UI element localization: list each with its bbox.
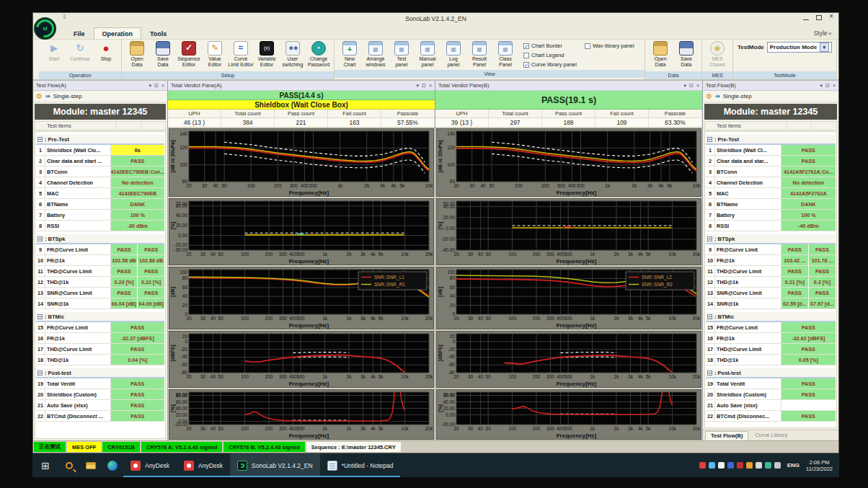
test-item-row[interactable]: 17THD@Curve LimitPASS [36, 344, 164, 355]
test-item-row[interactable]: 9FR@Curve LimitPASSPASS [706, 244, 836, 255]
speaker-fr-chart[interactable]: 203040501002003004005001k2k3k4k5k10k1401… [436, 128, 701, 197]
section-header[interactable]: : Post-test [36, 368, 164, 378]
taskbar-app-button[interactable]: *Untitled - Notepad [320, 453, 401, 477]
edge-button[interactable] [102, 453, 123, 477]
open-data-button[interactable]: Open Data [124, 40, 150, 67]
view-option-checkbox[interactable]: Chart Border [523, 41, 585, 50]
collapse-icon[interactable] [37, 236, 43, 241]
menu-tab[interactable]: Tools [141, 27, 175, 40]
collapse-icon[interactable] [707, 236, 712, 241]
section-header[interactable]: : Pre-Test [36, 135, 164, 145]
clock[interactable]: 2:06 PM 11/23/2022 [806, 459, 836, 472]
test-item-row[interactable]: 13SNR@Curve LimitPASSPASS [36, 288, 164, 298]
section-header[interactable]: : BTSpk [706, 234, 836, 244]
tray-icon[interactable] [709, 462, 715, 469]
value-editor-button[interactable]: Value Editor [202, 40, 228, 67]
test-item-row[interactable]: 18THD@1k0.04 [%] [36, 355, 164, 365]
test-item-row[interactable]: 2Clear data and start ...PASS [36, 156, 164, 167]
mic-fr-chart[interactable]: 203040501002003004005001k2k3k4k5k10k20k2… [436, 331, 701, 388]
test-item-row[interactable]: 17THD@Curve LimitPASS [706, 344, 836, 355]
test-item-row[interactable]: 20Shieldbox (Custom)PASS [706, 389, 836, 400]
panel-tab[interactable]: Test Flow(B) [705, 431, 748, 440]
start-button[interactable] [32, 453, 58, 477]
test-item-row[interactable]: 10FR@1k103.42 ...101.78 ... [706, 255, 836, 266]
test-item-row[interactable]: 22BTCmd (Disconnec...PASS [706, 411, 836, 422]
variable-editor-button[interactable]: Variable Editor [254, 40, 280, 67]
file-explorer-button[interactable] [80, 453, 102, 477]
test-item-row[interactable]: 4Channel DetectionNo detection [36, 177, 164, 188]
test-item-row[interactable]: 16FR@1k-32.62 [dBFS] [706, 333, 836, 344]
test-item-row[interactable]: 1Shieldbox (Wait Clo...0s [36, 145, 164, 156]
test-item-row[interactable]: 3BTConn4142A5F2762A:Co... [706, 167, 836, 177]
collapse-icon[interactable] [707, 137, 712, 142]
test-item-row[interactable]: 5MAC4142EEC790EB [36, 188, 164, 199]
chevron-down-icon[interactable]: ▾ [820, 43, 829, 52]
change-password-button[interactable]: Change Password [306, 40, 332, 67]
section-header[interactable]: : Pre-Test [706, 135, 836, 145]
log-panel-button[interactable]: Log panel [440, 40, 466, 67]
test-item-row[interactable]: 21Auto Save (xlsx)PASS [36, 400, 164, 411]
test-item-row[interactable]: 6BTNameDANK [706, 199, 836, 210]
chevron-down-icon[interactable]: ▾ [417, 83, 420, 89]
collapse-icon[interactable] [707, 371, 712, 376]
menu-tab[interactable]: Operation [94, 27, 142, 40]
test-item-row[interactable]: 2Clear data and star...PASS [706, 156, 836, 167]
section-header[interactable]: : Post-test [706, 368, 836, 378]
quick-access-icon[interactable] [62, 14, 67, 20]
chevron-down-icon[interactable]: ▾ [684, 83, 687, 89]
test-item-row[interactable]: 11THD@Curve LimitPASSPASS [706, 266, 836, 277]
test-item-row[interactable]: 8RSSI-30 dBm [36, 221, 164, 231]
chevron-down-icon[interactable]: ▾ [149, 83, 152, 89]
test-item-row[interactable]: 11THD@Curve LimitPASSPASS [36, 266, 164, 277]
collapse-icon[interactable] [37, 371, 43, 376]
speaker-snr-chart[interactable]: 203040501002003004005001k2k3k4k5k10k20k1… [436, 267, 701, 329]
language-indicator[interactable]: ENG [784, 462, 803, 469]
test-item-row[interactable]: 6BTNameDANK [36, 199, 164, 210]
close-icon[interactable]: × [833, 83, 836, 88]
test-item-row[interactable]: 7Battery100 % [706, 210, 836, 221]
view-option-checkbox[interactable]: Chart Legend [523, 50, 585, 60]
new-chart-button[interactable]: New Chart [337, 40, 363, 67]
sequence-editor-button[interactable]: Sequence Editor [176, 40, 202, 67]
test-item-row[interactable]: 3BTConn4142EEC790EB:Con... [36, 167, 164, 177]
test-item-row[interactable]: 7Battery100 % [36, 210, 164, 221]
test-item-row[interactable]: 18THD@1k0.05 [%] [706, 355, 836, 365]
start-button[interactable]: Start [41, 40, 67, 62]
test-item-row[interactable]: 16FR@1k-32.37 [dBFS] [36, 333, 164, 344]
mic-thd-chart[interactable]: 203040501002003004005001k2k3k4k5k10k20k9… [169, 389, 434, 440]
pin-icon[interactable]: ⊡ [689, 83, 694, 89]
pin-icon[interactable]: ⊡ [154, 83, 159, 89]
curve-limit-editor-button[interactable]: Curve Limit Editor [228, 40, 254, 67]
test-item-row[interactable]: 13SNR@Curve LimitPASSPASS [706, 288, 836, 298]
minimize-button[interactable] [802, 14, 810, 21]
user-switching-button[interactable]: User switching [280, 40, 306, 67]
view-option-checkbox[interactable]: Wav library panel [585, 41, 646, 50]
pin-icon[interactable]: ⊡ [825, 83, 830, 89]
close-icon[interactable]: × [429, 83, 432, 88]
collapse-icon[interactable] [707, 314, 712, 319]
collapse-icon[interactable] [37, 314, 43, 319]
test-item-row[interactable]: 8RSSI-40 dBm [706, 221, 836, 231]
mic-fr-chart[interactable]: 203040501002003004005001k2k3k4k5k10k20k2… [169, 331, 434, 388]
test-panel-button[interactable]: Test panel [389, 40, 415, 67]
panel-tab[interactable]: Curve Library [750, 431, 792, 440]
section-header[interactable]: : BTSpk [36, 234, 164, 244]
tray-icon[interactable] [774, 462, 781, 469]
close-icon[interactable]: × [161, 83, 164, 88]
test-item-row[interactable]: 15FR@Curve LimitPASS [36, 322, 164, 333]
pin-icon[interactable]: ⊡ [422, 83, 426, 89]
mes-button[interactable]: MES Closed [704, 40, 730, 67]
test-item-row[interactable]: 1Shieldbox (Wait Cl...PASS [706, 145, 836, 156]
save-data-button-2[interactable]: Save Data [673, 40, 699, 67]
gear-icon[interactable] [36, 92, 43, 100]
gear-icon[interactable] [706, 92, 712, 100]
test-item-row[interactable]: 15FR@Curve LimitPASS [706, 322, 836, 333]
tray-icon[interactable] [737, 462, 743, 469]
test-item-row[interactable]: 9FR@Curve LimitPASSPASS [36, 244, 164, 255]
maximize-button[interactable] [815, 14, 823, 21]
taskbar-app-button[interactable]: AnyDesk [123, 453, 177, 477]
test-item-row[interactable]: 14SNR@1k66.04 [dB]64.09 [dB] [36, 298, 164, 309]
tray-icon[interactable] [718, 462, 725, 469]
close-icon[interactable]: × [696, 83, 699, 88]
arrange-windows-button[interactable]: Arrange windows [363, 40, 389, 67]
